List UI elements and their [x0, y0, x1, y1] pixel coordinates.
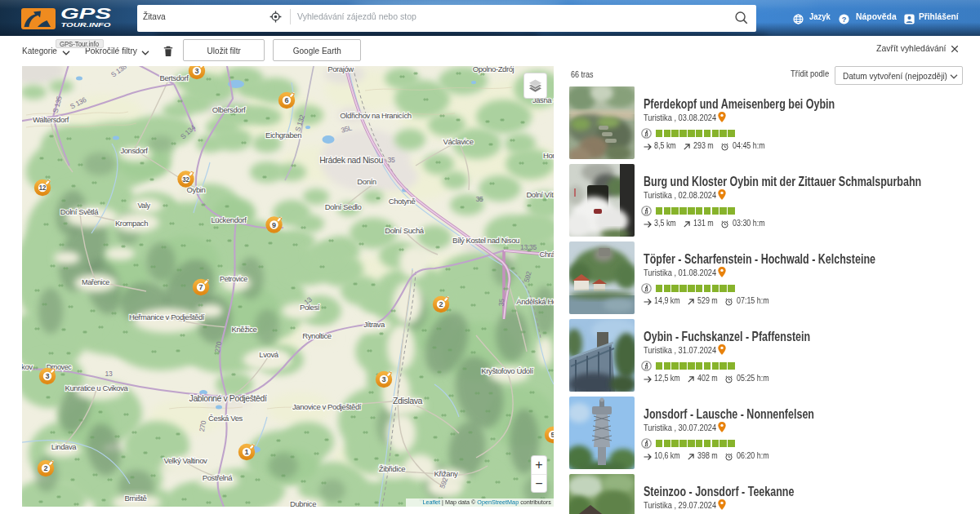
- svg-text:9: 9: [272, 221, 276, 229]
- svg-text:Olbersdorf: Olbersdorf: [212, 105, 246, 114]
- svg-text:Chotyně: Chotyně: [389, 197, 416, 206]
- svg-text:Krompach: Krompach: [115, 219, 148, 228]
- svg-text:Oldřichov na Hranicích: Oldřichov na Hranicích: [340, 111, 411, 120]
- svg-text:35: 35: [388, 156, 395, 164]
- svg-text:35: 35: [476, 195, 483, 203]
- svg-text:5: 5: [550, 431, 554, 439]
- svg-text:Valy: Valy: [137, 202, 150, 210]
- svg-text:Žibřidice: Žibřidice: [379, 464, 405, 473]
- svg-text:Lückendorf: Lückendorf: [211, 215, 247, 224]
- svg-text:3: 3: [194, 67, 198, 75]
- svg-text:Dolní Suchá: Dolní Suchá: [385, 226, 424, 235]
- svg-text:Janovice v Podještědí: Janovice v Podještědí: [292, 402, 362, 411]
- svg-text:32: 32: [182, 175, 189, 184]
- svg-text:Dolní Světlá: Dolní Světlá: [60, 207, 100, 216]
- svg-text:Waltersdorf: Waltersdorf: [33, 115, 69, 124]
- svg-text:35: 35: [497, 298, 506, 306]
- svg-text:TOUR.INFO: TOUR.INFO: [61, 21, 112, 29]
- svg-text:Dolní Vítk: Dolní Vítk: [526, 190, 554, 199]
- svg-text:Václavice: Václavice: [443, 137, 473, 146]
- svg-text:Hor: Hor: [543, 151, 554, 160]
- svg-text:Oybin: Oybin: [187, 185, 206, 194]
- svg-text:Donín: Donín: [357, 177, 376, 186]
- svg-text:Česká Ves: Česká Ves: [208, 414, 243, 423]
- svg-text:2: 2: [43, 464, 47, 472]
- svg-text:Jonsdorf: Jonsdorf: [120, 146, 148, 155]
- svg-text:Dubnice: Dubnice: [290, 499, 316, 507]
- svg-text:GPS: GPS: [60, 5, 112, 22]
- svg-text:Heřmanice v Podještědí: Heřmanice v Podještědí: [129, 312, 205, 321]
- svg-text:Kněžice: Kněžice: [232, 325, 257, 334]
- svg-text:3: 3: [45, 372, 49, 380]
- svg-text:Kryštofovo Údolí: Kryštofovo Údolí: [481, 366, 533, 375]
- svg-text:Postřelná: Postřelná: [203, 473, 234, 482]
- svg-text:Dolní Sedlo: Dolní Sedlo: [325, 202, 362, 211]
- svg-text:Lindava: Lindava: [51, 442, 78, 451]
- svg-text:Opolno-Zdrój: Opolno-Zdrój: [473, 66, 514, 73]
- svg-text:Křižany: Křižany: [434, 469, 459, 478]
- svg-text:Kunratice u Cvikova: Kunratice u Cvikova: [65, 383, 129, 392]
- svg-text:Andělská Ho: Andělská Ho: [516, 297, 554, 306]
- svg-text:Mařenice: Mařenice: [82, 278, 109, 286]
- svg-text:Jítrava: Jítrava: [363, 320, 385, 329]
- svg-text:Eichgraben: Eichgraben: [265, 131, 301, 140]
- svg-text:Lvová: Lvová: [259, 350, 278, 359]
- svg-text:Bílý Kostel nad Nisou: Bílý Kostel nad Nisou: [452, 236, 519, 245]
- svg-text:13: 13: [105, 370, 113, 378]
- svg-text:Chrá: Chrá: [540, 250, 555, 259]
- svg-text:?: ?: [842, 16, 847, 24]
- svg-text:Petrovice: Petrovice: [220, 275, 247, 283]
- svg-text:3: 3: [381, 375, 385, 383]
- svg-text:1: 1: [244, 448, 248, 456]
- svg-text:Brniště: Brniště: [125, 494, 147, 503]
- svg-text:2: 2: [439, 300, 443, 308]
- svg-text:Bertsdorf: Bertsdorf: [160, 73, 189, 82]
- svg-text:Hrádek nad Nisou: Hrádek nad Nisou: [319, 155, 383, 165]
- svg-text:Velký Valtinov: Velký Valtinov: [164, 456, 207, 465]
- svg-text:Porajów: Porajów: [327, 66, 354, 73]
- svg-text:6: 6: [284, 96, 288, 104]
- svg-text:12: 12: [39, 184, 47, 192]
- svg-text:ikov: ikov: [22, 362, 33, 371]
- svg-text:Rynoltice: Rynoltice: [302, 331, 332, 340]
- svg-text:Zdislava: Zdislava: [393, 396, 422, 405]
- svg-text:13;35: 13;35: [520, 243, 537, 251]
- svg-text:7: 7: [198, 283, 203, 291]
- svg-text:Jablonné v Podještědí: Jablonné v Podještědí: [189, 393, 267, 403]
